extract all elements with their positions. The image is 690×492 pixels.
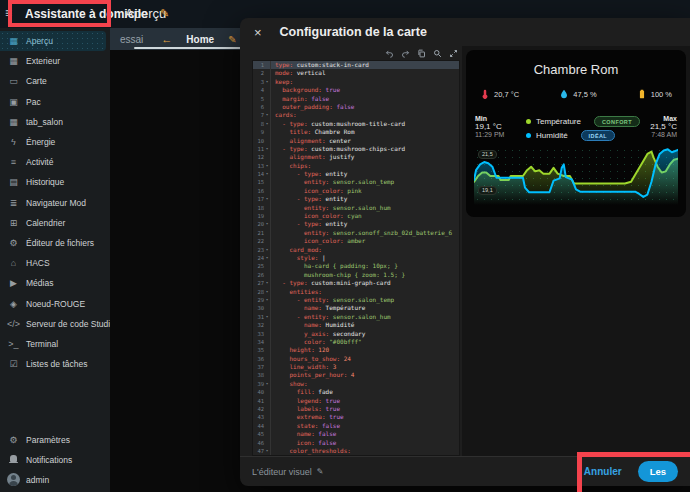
code-line[interactable]: 32 name: Humidité	[253, 321, 459, 329]
code-line[interactable]: 41 legend: true	[253, 397, 459, 405]
code-line[interactable]: 18 entity: sensor.salon_hum	[253, 204, 459, 212]
sidebar-item-apercu[interactable]: ▦Aperçu	[0, 31, 106, 51]
code-line[interactable]: 12 alignment: justify	[253, 153, 459, 161]
code-line[interactable]: 17▾ - type: entity	[253, 195, 459, 203]
code-line[interactable]: 42 labels: true	[253, 405, 459, 413]
fold-arrow-icon[interactable]: ▾	[264, 78, 271, 86]
code-line[interactable]: 26 mushroom-chip { zoom: 1.5; }	[253, 271, 459, 279]
code-line[interactable]: 37 line_width: 3	[253, 363, 459, 371]
code-line[interactable]: 35 height: 120	[253, 346, 459, 354]
code-line[interactable]: 4 background: true	[253, 86, 459, 94]
code-line[interactable]: 10 alignment: center	[253, 137, 459, 145]
code-line[interactable]: 15 entity: sensor.salon_temp	[253, 178, 459, 186]
code-line[interactable]: 38 points_per_hour: 4	[253, 371, 459, 379]
code-line[interactable]: 21 entity: sensor.sonoff_snzb_02d_batter…	[253, 229, 459, 237]
sidebar-item-carte[interactable]: ▭Carte	[0, 71, 110, 91]
sidebar-item-calendrier[interactable]: ⊞Calendrier	[0, 213, 110, 233]
code-line[interactable]: 16 icon_color: pink	[253, 187, 459, 195]
legend-temperature[interactable]: Température CONFORT	[526, 116, 640, 127]
sidebar-item-pac[interactable]: ▣Pac	[0, 92, 110, 112]
code-line[interactable]: 7▾cards:	[253, 111, 459, 119]
fold-arrow-icon[interactable]: ▾	[264, 220, 271, 228]
chip-humidity[interactable]: 47,5 %	[559, 89, 596, 99]
fold-arrow-icon[interactable]: ▾	[264, 279, 271, 287]
legend-humidity[interactable]: Humidité IDÉAL	[526, 130, 640, 141]
sidebar-item-admin[interactable]: admin	[0, 470, 110, 490]
mini-graph[interactable]: 21,5 19,1	[474, 147, 678, 205]
code-line[interactable]: 27▾ - type: custom:mini-graph-card	[253, 279, 459, 287]
code-line[interactable]: 43 extrema: true	[253, 413, 459, 421]
sidebar-item-energie[interactable]: ϟÉnergie	[0, 132, 110, 152]
code-line[interactable]: 2mode: vertical	[253, 69, 459, 77]
code-line[interactable]: 47▾ color_thresholds:	[253, 447, 459, 455]
code-line[interactable]: 44 state: false	[253, 422, 459, 430]
search-icon[interactable]	[433, 49, 442, 58]
code-line[interactable]: 29▾ - entity: sensor.salon_temp	[253, 296, 459, 304]
code-line[interactable]: 11▾ - type: custom:mushroom-chips-card	[253, 145, 459, 153]
move-view-left-icon[interactable]: ←	[161, 33, 172, 45]
code-line[interactable]: 3▾keep:	[253, 78, 459, 86]
visual-editor-link[interactable]: L'éditeur visuel	[252, 467, 312, 477]
fold-arrow-icon[interactable]: ▾	[264, 254, 271, 262]
sidebar-item-serveur-de-code-studio[interactable]: </>Serveur de code Studio	[0, 314, 110, 334]
undo-icon[interactable]	[385, 49, 394, 58]
redo-icon[interactable]	[401, 49, 410, 58]
save-button[interactable]: Les	[638, 461, 678, 482]
sidebar-item-listes-de-taches[interactable]: ☑Listes de tâches	[0, 354, 110, 374]
fold-arrow-icon[interactable]: ▾	[264, 111, 271, 119]
code-line[interactable]: 9 title: Chambre Rom	[253, 128, 459, 136]
sidebar-item-historique[interactable]: ▤Historique	[0, 172, 110, 192]
sidebar-item-terminal[interactable]: >_Terminal	[0, 334, 110, 354]
code-line[interactable]: 23▾ card_mod:	[253, 246, 459, 254]
code-line[interactable]: 34 color: "#00bfff"	[253, 338, 459, 346]
code-line[interactable]: 40 fill: fade	[253, 388, 459, 396]
code-line[interactable]: 46 icon: false	[253, 439, 459, 447]
fold-arrow-icon[interactable]: ▾	[264, 162, 271, 170]
fold-arrow-icon[interactable]: ▾	[264, 145, 271, 153]
tab-essai[interactable]: essai	[120, 34, 143, 45]
sidebar-item-tab-salon[interactable]: ▦tab_salon	[0, 112, 110, 132]
code-lines[interactable]: 1type: custom:stack-in-card2mode: vertic…	[252, 60, 460, 456]
fold-arrow-icon[interactable]: ▾	[264, 296, 271, 304]
code-line[interactable]: 30 name: Température	[253, 304, 459, 312]
sidebar-item-hacs[interactable]: ⌂HACS	[0, 253, 110, 273]
code-line[interactable]: 25 ha-card { padding: 10px; }	[253, 262, 459, 270]
sidebar-item-activite[interactable]: ≡Activité	[0, 152, 110, 172]
sidebar-item-noeud-rouge[interactable]: ◈Noeud-ROUGE	[0, 293, 110, 313]
code-line[interactable]: 8▾ - type: custom:mushroom-title-card	[253, 120, 459, 128]
code-line[interactable]: 28▾ entities:	[253, 288, 459, 296]
code-line[interactable]: 19 icon_color: cyan	[253, 212, 459, 220]
expand-icon[interactable]	[449, 49, 458, 58]
sidebar-item-navigateur-mod[interactable]: ≣Navigateur Mod	[0, 193, 110, 213]
cancel-button[interactable]: Annuler	[584, 466, 622, 477]
code-line[interactable]: 22 icon_color: amber	[253, 237, 459, 245]
fold-arrow-icon[interactable]: ▾	[264, 447, 271, 455]
code-line[interactable]: 31▾ - entity: sensor.salon_hum	[253, 313, 459, 321]
sidebar-item-notifications[interactable]: Notifications	[0, 450, 110, 470]
sidebar-item-parametres[interactable]: ⚙Paramètres	[0, 429, 110, 449]
fold-arrow-icon[interactable]: ▾	[264, 120, 271, 128]
chip-battery[interactable]: 100 %	[637, 89, 672, 99]
visual-editor-pencil-icon[interactable]: ✎	[317, 467, 324, 476]
fold-arrow-icon[interactable]: ▾	[264, 288, 271, 296]
copy-icon[interactable]	[417, 49, 426, 58]
code-line[interactable]: 14▾ - type: entity	[253, 170, 459, 178]
sidebar-item-editeur-de-fichiers[interactable]: ⚙Éditeur de fichiers	[0, 233, 110, 253]
fold-arrow-icon[interactable]: ▾	[264, 246, 271, 254]
code-line[interactable]: 20▾ - type: entity	[253, 220, 459, 228]
code-line[interactable]: 45 name: false	[253, 430, 459, 438]
code-line[interactable]: 13▾ chips:	[253, 162, 459, 170]
code-line[interactable]: 1type: custom:stack-in-card	[253, 61, 459, 69]
fold-arrow-icon[interactable]: ▾	[264, 195, 271, 203]
sidebar-item-medias[interactable]: ▶Médias	[0, 273, 110, 293]
tab-home[interactable]: Home	[186, 34, 214, 45]
sidebar-item-exterieur[interactable]: ▦Exterieur	[0, 51, 110, 71]
edit-dashboard-pencil-icon[interactable]: ✎	[160, 7, 169, 20]
fold-arrow-icon[interactable]: ▾	[264, 170, 271, 178]
code-line[interactable]: 5 margin: false	[253, 95, 459, 103]
close-icon[interactable]: ×	[254, 25, 262, 40]
hamburger-menu-icon[interactable]: ≡	[5, 7, 12, 19]
fold-arrow-icon[interactable]: ▾	[264, 313, 271, 321]
code-line[interactable]: 6 outer_padding: false	[253, 103, 459, 111]
chip-temperature[interactable]: 20,7 °C	[480, 89, 519, 99]
